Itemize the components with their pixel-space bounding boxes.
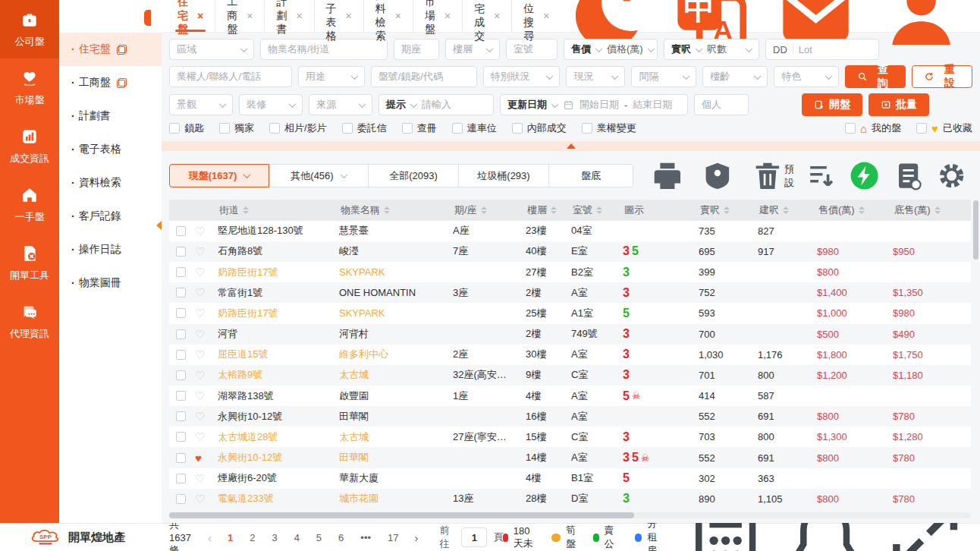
row-checkbox[interactable] bbox=[176, 453, 186, 463]
favorite-heart-icon[interactable]: ♡ bbox=[195, 431, 218, 442]
sort-carets-icon[interactable] bbox=[724, 206, 730, 214]
favorite-heart-icon[interactable]: ♡ bbox=[195, 266, 218, 278]
rail-item-2[interactable]: 市場盤 bbox=[0, 58, 59, 117]
filter-select-提示[interactable]: 提示請輸入 bbox=[378, 94, 494, 115]
submenu-item-4[interactable]: ·電子表格 bbox=[59, 133, 162, 166]
favorite-heart-filled-icon[interactable]: ♥ bbox=[195, 452, 218, 464]
filter-select-間隔[interactable]: 間隔 bbox=[631, 66, 696, 87]
close-icon[interactable]: × bbox=[247, 10, 253, 22]
column-header-樓層[interactable]: 樓層 bbox=[526, 203, 571, 217]
page-number-5[interactable]: 5 bbox=[311, 532, 327, 543]
table-row[interactable]: ♡湖翠路138號啟豐園1座4樓A室5☠414587 bbox=[169, 386, 971, 406]
favorite-heart-icon[interactable]: ♡ bbox=[195, 493, 218, 505]
sort-carets-icon[interactable] bbox=[243, 206, 249, 214]
table-row[interactable]: ♡石角路8號峻瀅7座40樓E室35695917$980$950 bbox=[169, 241, 971, 262]
row-checkbox[interactable] bbox=[176, 391, 186, 401]
submenu-item-3[interactable]: ·計劃書 bbox=[59, 99, 162, 133]
filter-input-物業名稱/街道[interactable]: 物業名稱/街道 bbox=[260, 39, 388, 60]
list-tab-1[interactable]: 現盤(1637) bbox=[169, 164, 269, 187]
vertical-scrollbar-thumb[interactable] bbox=[973, 200, 978, 260]
checkbox-box[interactable] bbox=[452, 123, 463, 134]
printer-icon[interactable] bbox=[650, 159, 685, 194]
table-row[interactable]: ♡太裕路9號太古城32座(高安…9樓C室3701800$1,200$1,180 bbox=[169, 365, 971, 386]
rail-item-3[interactable]: 成交資訊 bbox=[0, 117, 59, 175]
page-number-3[interactable]: 3 bbox=[266, 532, 282, 543]
sort-carets-icon[interactable] bbox=[384, 206, 390, 214]
checkbox-box[interactable] bbox=[512, 123, 523, 134]
filter-collapse-strip[interactable] bbox=[162, 141, 980, 151]
tab-4[interactable]: 電子表格× bbox=[314, 0, 363, 32]
table-row[interactable]: ♡屈臣道15號維多利中心2座30樓A室31,0301,176$1,800$1,7… bbox=[169, 345, 971, 365]
vertical-scrollbar[interactable] bbox=[973, 196, 978, 507]
tab-5[interactable]: 資料檢索× bbox=[363, 0, 413, 32]
tab-8[interactable]: 單位搜尋× bbox=[511, 0, 561, 32]
close-icon[interactable]: × bbox=[543, 10, 549, 22]
submenu-item-8[interactable]: ·物業圖冊 bbox=[59, 266, 162, 300]
checkbox-box[interactable] bbox=[402, 123, 413, 134]
checkbox-連車位[interactable]: 連車位 bbox=[452, 121, 497, 135]
sort-carets-icon[interactable] bbox=[859, 206, 865, 214]
submenu-item-2[interactable]: ·工商盤 bbox=[59, 66, 162, 99]
checkbox-box[interactable] bbox=[169, 123, 180, 134]
quick-icon[interactable] bbox=[848, 159, 881, 192]
favorite-heart-icon[interactable]: ♡ bbox=[195, 225, 218, 237]
submenu-item-5[interactable]: ·資料檢索 bbox=[59, 166, 162, 200]
tab-1[interactable]: 住宅盤× bbox=[166, 0, 215, 32]
row-checkbox[interactable] bbox=[176, 288, 186, 298]
favorite-heart-icon[interactable]: ♡ bbox=[195, 287, 218, 298]
page-number-4[interactable]: 4 bbox=[289, 532, 305, 543]
table-row[interactable]: ♡奶路臣街17號SKYPARK25樓A1室5593$1,000$980 bbox=[169, 303, 971, 323]
prev-page-arrow[interactable]: ‹ bbox=[203, 531, 216, 544]
checkbox-業權變更[interactable]: 業權變更 bbox=[582, 121, 636, 135]
checkbox-box[interactable] bbox=[269, 123, 280, 134]
filter-input-期座[interactable]: 期座 bbox=[394, 39, 439, 60]
tab-3[interactable]: 計劃書× bbox=[264, 0, 313, 32]
table-row[interactable]: ♡電氣道233號城市花園13座28樓D室38901,105$800$780 bbox=[169, 489, 971, 509]
page-ellipsis[interactable]: ••• bbox=[355, 532, 376, 543]
list-tab-3[interactable]: 全部(2093) bbox=[368, 164, 459, 187]
row-checkbox[interactable] bbox=[176, 494, 186, 504]
create-listing-button[interactable]: 開盤 bbox=[802, 93, 862, 116]
horizontal-scrollbar-thumb[interactable] bbox=[169, 512, 634, 518]
close-icon[interactable]: × bbox=[494, 10, 500, 22]
filter-select-售價[interactable]: 售價價格(萬) bbox=[564, 39, 658, 60]
checkbox-獨家[interactable]: 獨家 bbox=[219, 121, 254, 135]
filter-select-景觀[interactable]: 景觀 bbox=[169, 94, 233, 115]
column-header-物業名稱[interactable]: 物業名稱 bbox=[339, 203, 453, 217]
column-header-期/座[interactable]: 期/座 bbox=[453, 203, 526, 217]
filter-select-更新日期[interactable]: 更新日期開始日期-結束日期 bbox=[500, 94, 688, 115]
checkbox-box[interactable] bbox=[342, 123, 353, 134]
column-header-街道[interactable]: 街道 bbox=[218, 203, 339, 217]
page-number-6[interactable]: 6 bbox=[333, 532, 349, 543]
checkbox-box[interactable] bbox=[845, 123, 856, 134]
filter-select-特別狀況[interactable]: 特別狀況 bbox=[483, 66, 561, 87]
row-checkbox[interactable] bbox=[176, 411, 186, 421]
checkbox-box[interactable] bbox=[916, 123, 927, 134]
tab-7[interactable]: 住宅成交× bbox=[462, 0, 511, 32]
sort-carets-icon[interactable] bbox=[934, 206, 941, 214]
tab-6[interactable]: 市場盤× bbox=[413, 0, 462, 32]
row-checkbox[interactable] bbox=[176, 308, 186, 318]
filter-select-DD[interactable]: DDLot bbox=[765, 39, 879, 60]
filter-input-業權人/聯絡人/電話[interactable]: 業權人/聯絡人/電話 bbox=[169, 66, 292, 87]
filter-select-裝修[interactable]: 裝修 bbox=[239, 94, 303, 115]
row-checkbox[interactable] bbox=[176, 247, 186, 257]
checkbox-box[interactable] bbox=[219, 123, 230, 134]
sort-carets-icon[interactable] bbox=[596, 206, 602, 214]
filter-select-現況[interactable]: 現況 bbox=[566, 66, 625, 87]
tag-icon[interactable] bbox=[700, 159, 735, 194]
filter-select-特色[interactable]: 特色 bbox=[774, 66, 839, 87]
next-page-arrow[interactable]: › bbox=[410, 531, 422, 544]
page-number-1[interactable]: 1 bbox=[222, 532, 238, 543]
favorite-heart-icon[interactable]: ♡ bbox=[195, 370, 218, 381]
row-checkbox[interactable] bbox=[176, 350, 186, 360]
row-checkbox[interactable] bbox=[176, 432, 186, 442]
reset-button[interactable]: 重設 bbox=[912, 65, 972, 88]
close-icon[interactable]: × bbox=[444, 10, 451, 22]
favorite-heart-icon[interactable]: ♡ bbox=[195, 246, 218, 257]
filter-input-個人[interactable]: 個人 bbox=[694, 94, 749, 115]
list-tab-5[interactable]: 盤底 bbox=[548, 164, 633, 187]
favorite-heart-icon[interactable]: ♡ bbox=[195, 473, 218, 484]
favorite-heart-icon[interactable]: ♡ bbox=[195, 411, 218, 422]
table-row[interactable]: ♡煙廠街6-20號華新大廈4樓B1室5302363 bbox=[169, 468, 971, 489]
